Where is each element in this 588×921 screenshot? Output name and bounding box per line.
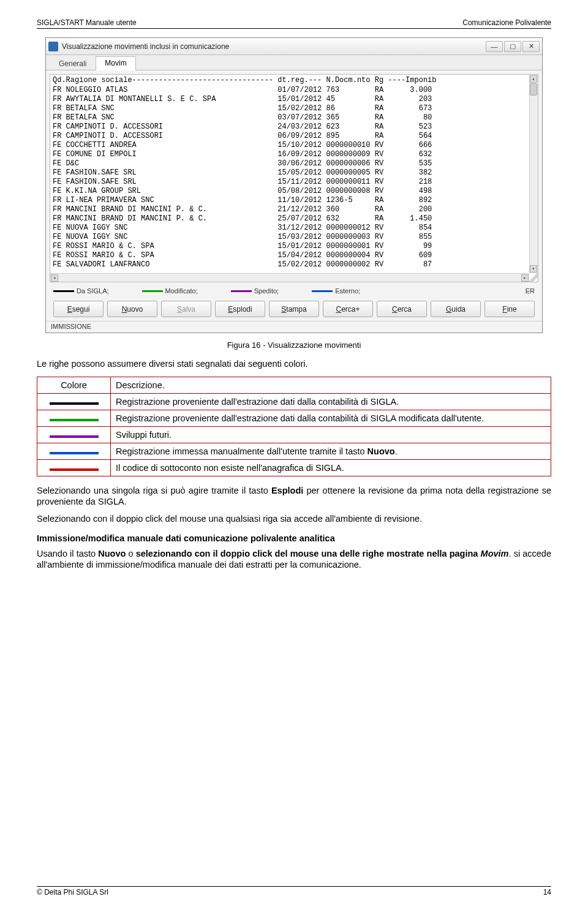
- page-header: SIGLA/START Manuale utente Comunicazione…: [37, 18, 551, 29]
- tab-generali[interactable]: Generali: [50, 57, 96, 70]
- description-cell: Il codice di sottoconto non esiste nell'…: [111, 460, 551, 476]
- legend-label: Spedito;: [254, 287, 279, 295]
- table-row: Sviluppi futuri.: [37, 427, 551, 443]
- window-title: Visualizzazione movimenti inclusi in com…: [62, 42, 486, 51]
- status-bar: IMMISSIONE: [46, 321, 542, 333]
- maximize-button[interactable]: ▢: [504, 41, 521, 52]
- scroll-up-icon[interactable]: ▴: [530, 75, 537, 83]
- table-row[interactable]: FR BETALFA SNC 15/02/2012 86 RA 673: [50, 104, 538, 113]
- table-row[interactable]: FE D&C 30/06/2012 0000000006 RV 535: [50, 159, 538, 168]
- grid-header: Qd.Ragione sociale----------------------…: [50, 75, 538, 86]
- table-row[interactable]: FE SALVADORI LANFRANCO 15/02/2012 000000…: [50, 260, 538, 269]
- description-cell: Registrazione proveniente dall'estrazion…: [111, 410, 551, 427]
- table-row[interactable]: FE ROSSI MARIO & C. SPA 15/01/2012 00000…: [50, 242, 538, 251]
- color-cell: [37, 460, 111, 476]
- table-row[interactable]: FE FASHION.SAFE SRL 15/05/2012 000000000…: [50, 168, 538, 178]
- app-icon: [48, 42, 58, 51]
- legend-item: Esterno;: [312, 287, 360, 295]
- color-cell: [37, 427, 111, 443]
- col-header-descrizione: Descrizione.: [111, 377, 551, 394]
- table-row[interactable]: FR NOLEGGIO ATLAS 01/07/2012 763 RA 3.00…: [50, 86, 538, 95]
- table-row[interactable]: FE ROSSI MARIO & C. SPA 15/04/2012 00000…: [50, 251, 538, 260]
- grid-body[interactable]: FR NOLEGGIO ATLAS 01/07/2012 763 RA 3.00…: [50, 86, 538, 269]
- footer-left: © Delta Phi SIGLA Srl: [37, 888, 108, 897]
- stampa-button[interactable]: Stampa: [269, 301, 319, 317]
- nuovo-button[interactable]: Nuovo: [107, 301, 157, 317]
- page-footer: © Delta Phi SIGLA Srl 14: [37, 886, 551, 897]
- legend-color-swatch: [312, 290, 333, 292]
- minimize-button[interactable]: —: [486, 41, 503, 52]
- fine-button[interactable]: Fine: [484, 301, 535, 317]
- legend-label: Esterno;: [335, 287, 360, 295]
- legend-color-swatch: [142, 290, 163, 292]
- table-header-row: Colore Descrizione.: [37, 377, 551, 394]
- table-row: Registrazione proveniente dall'estrazion…: [37, 410, 551, 427]
- description-cell: Registrazione proveniente dall'estrazion…: [111, 394, 551, 410]
- paragraph-esplodi: Selezionando una singola riga si può agi…: [37, 485, 551, 507]
- description-cell: Sviluppi futuri.: [111, 427, 551, 443]
- color-legend-table: Colore Descrizione. Registrazione proven…: [37, 377, 551, 476]
- color-bar: [50, 435, 99, 438]
- table-row[interactable]: FE COMUNE DI EMPOLI 16/09/2012 000000000…: [50, 150, 538, 159]
- app-window: Visualizzazione movimenti inclusi in com…: [45, 37, 543, 333]
- footer-right: 14: [543, 888, 551, 897]
- header-right: Comunicazione Polivalente: [462, 18, 551, 27]
- table-row[interactable]: FR CAMPINOTI D. ACCESSORI 06/09/2012 895…: [50, 132, 538, 141]
- salva-button: Salva: [161, 301, 211, 317]
- tab-bar: Generali Movim: [46, 55, 542, 70]
- data-grid[interactable]: Qd.Ragione sociale----------------------…: [50, 74, 538, 282]
- cerca-button[interactable]: Cerca+: [323, 301, 373, 317]
- legend-item: Modificato;: [142, 287, 198, 295]
- color-bar: [50, 452, 99, 454]
- description-cell: Registrazione immessa manualmente dall'u…: [111, 443, 551, 460]
- table-row[interactable]: FE NUOVA IGGY SNC 31/12/2012 0000000012 …: [50, 224, 538, 233]
- legend-item: Da SIGLA;: [53, 287, 109, 295]
- scroll-left-icon[interactable]: ◂: [51, 274, 58, 282]
- horizontal-scrollbar[interactable]: ◂ ▸: [50, 273, 529, 282]
- legend: Da SIGLA;Modificato;Spedito;Esterno; ER: [46, 286, 542, 297]
- color-bar: [50, 402, 99, 405]
- guida-button[interactable]: Guida: [431, 301, 481, 317]
- col-header-colore: Colore: [37, 377, 111, 394]
- table-row[interactable]: FE FASHION.SAFE SRL 15/11/2012 000000001…: [50, 178, 538, 187]
- resize-grip[interactable]: [529, 273, 538, 282]
- table-row[interactable]: FR BETALFA SNC 03/07/2012 365 RA 80: [50, 113, 538, 122]
- scroll-down-icon[interactable]: ▾: [530, 265, 537, 273]
- color-cell: [37, 394, 111, 410]
- figure-caption: Figura 16 - Visualizzazione movimenti: [37, 340, 551, 350]
- esplodi-button[interactable]: Esplodi: [215, 301, 265, 317]
- table-row[interactable]: FR AWYTALIA DI MONTANELLI S. E C. SPA 15…: [50, 95, 538, 104]
- legend-item: Spedito;: [231, 287, 279, 295]
- table-row[interactable]: FR MANCINI BRAND DI MANCINI P. & C. 25/0…: [50, 214, 538, 224]
- table-row[interactable]: FR LI-NEA PRIMAVERA SNC 11/10/2012 1236-…: [50, 196, 538, 205]
- table-row[interactable]: FR MANCINI BRAND DI MANCINI P. & C. 21/1…: [50, 205, 538, 214]
- legend-color-swatch: [231, 290, 252, 292]
- tab-movim[interactable]: Movim: [96, 56, 135, 70]
- esegui-button[interactable]: Esegui: [53, 301, 104, 317]
- vertical-scrollbar[interactable]: ▴ ▾: [529, 75, 538, 273]
- legend-label: Modificato;: [165, 287, 198, 295]
- table-row[interactable]: FR CAMPINOTI D. ACCESSORI 24/03/2012 623…: [50, 122, 538, 132]
- legend-label: Da SIGLA;: [77, 287, 109, 295]
- scroll-right-icon[interactable]: ▸: [521, 274, 529, 282]
- button-row: EseguiNuovoSalvaEsplodiStampaCerca+Cerca…: [46, 297, 542, 321]
- table-row: Registrazione immessa manualmente dall'u…: [37, 443, 551, 460]
- titlebar: Visualizzazione movimenti inclusi in com…: [46, 38, 542, 55]
- color-bar: [50, 419, 99, 421]
- paragraph-double-click: Selezionando con il doppio click del mou…: [37, 513, 551, 524]
- table-row: Registrazione proveniente dall'estrazion…: [37, 394, 551, 410]
- color-cell: [37, 443, 111, 460]
- table-row[interactable]: FE NUOVA IGGY SNC 15/03/2012 0000000003 …: [50, 233, 538, 242]
- color-bar: [50, 468, 99, 471]
- color-cell: [37, 410, 111, 427]
- close-button[interactable]: ✕: [522, 41, 540, 52]
- table-row[interactable]: FE K.KI.NA GROUP SRL 05/08/2012 00000000…: [50, 187, 538, 196]
- legend-color-swatch: [53, 290, 74, 292]
- table-row: Il codice di sottoconto non esiste nell'…: [37, 460, 551, 476]
- cerca-button[interactable]: Cerca: [377, 301, 427, 317]
- intro-paragraph: Le righe possono assumere diversi stati …: [37, 358, 551, 369]
- paragraph-nuovo: Usando il tasto Nuovo o selezionando con…: [37, 548, 551, 570]
- er-label: ER: [526, 287, 535, 295]
- table-row[interactable]: FE COCCHETTI ANDREA 15/10/2012 000000001…: [50, 141, 538, 150]
- scroll-thumb[interactable]: [530, 83, 537, 96]
